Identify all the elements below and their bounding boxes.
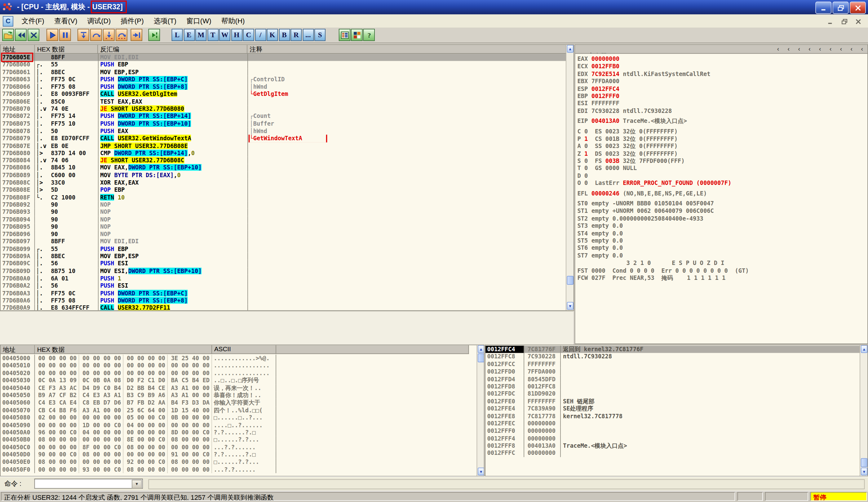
pause-button[interactable] xyxy=(59,29,71,41)
register-line[interactable]: ST1 empty +UNORM 0062 00640079 006C006C xyxy=(575,208,868,215)
toolbar-letter-W[interactable]: W xyxy=(219,29,230,41)
disasm-row[interactable]: 77D6B09590NOP xyxy=(1,223,566,231)
dump-row[interactable]: 0040509000 00 00 001D 00 00 C004 00 00 0… xyxy=(1,421,469,429)
register-line[interactable]: S 0 FS 003B 32位 7FFDF000(FFF) xyxy=(575,157,868,165)
close-window-button[interactable] xyxy=(28,29,39,41)
scrollbar-thumb[interactable] xyxy=(567,276,574,285)
register-line[interactable]: P 1 CS 001B 32位 0(FFFFFFFF) xyxy=(575,135,868,143)
register-line[interactable]: 3 2 1 0 E S P U O Z D I xyxy=(575,259,868,267)
dump-row[interactable]: 0040501000 00 00 0000 00 00 0000 00 00 0… xyxy=(1,362,469,370)
scroll-down-icon[interactable]: ▼ xyxy=(478,468,484,475)
register-line[interactable]: EFL 00000246 (NO,NB,E,BE,NS,PE,GE,LE) xyxy=(575,190,868,197)
stack-row[interactable]: 0012FFD80012FFC8 xyxy=(485,383,860,390)
dump-row[interactable]: 0040502000 00 00 0000 00 00 0000 00 00 0… xyxy=(1,370,469,377)
register-line[interactable]: D 0 xyxy=(575,172,868,180)
go-to-button[interactable] xyxy=(148,29,160,41)
chevron-down-icon[interactable]: ▼ xyxy=(132,480,142,489)
register-line[interactable]: C 0 ES 0023 32位 0(FFFFFFFF) xyxy=(575,128,868,135)
trace-over-button[interactable] xyxy=(116,29,127,41)
disasm-row[interactable]: 77D6B078│.50PUSH EAX│hWnd xyxy=(1,128,566,135)
scroll-down-icon[interactable]: ▼ xyxy=(567,302,574,310)
disasm-row[interactable]: 77D6B0978BFFMOV EDI,EDI xyxy=(1,238,566,245)
disasm-row[interactable]: 77D6B066│.FF75 08PUSH DWORD PTR SS:[EBP+… xyxy=(1,83,566,91)
register-line[interactable]: ST0 empty -UNORM BBB0 01050104 005F0047 xyxy=(575,200,868,208)
stack-row[interactable]: 0012FFC87C930228ntdll.7C930228 xyxy=(485,353,860,361)
stack-row[interactable]: 0012FFD480545DFD xyxy=(485,375,860,383)
disasm-row[interactable]: 77D6B072│.FF75 14PUSH DWORD PTR SS:[EBP+… xyxy=(1,113,566,120)
disasm-row[interactable]: 77D6B089│.C600 00MOV BYTE PTR DS:[EAX],0 xyxy=(1,172,566,179)
disasm-row[interactable]: 77D6B0A0│.6A 01PUSH 1 xyxy=(1,275,566,282)
dump-row[interactable]: 004050300C 0A 13 090C 0B 0A 08D0 F2 C1 D… xyxy=(1,377,469,384)
dump-row[interactable]: 004050F000 00 00 0093 00 00 C008 00 00 0… xyxy=(1,466,469,473)
menu-item[interactable]: 帮助(H) xyxy=(216,15,250,26)
stack-row[interactable]: 0012FFEC00000000 xyxy=(485,420,860,427)
dump-row[interactable]: 00405060C4 E3 CA E4C8 EB D7 D6B7 FB D2 A… xyxy=(1,399,469,406)
run-button[interactable] xyxy=(46,29,58,41)
register-line[interactable]: ST5 empty 0.0 xyxy=(575,237,868,244)
dump-row[interactable]: 004050C000 00 00 008F 00 00 C008 00 00 0… xyxy=(1,444,469,451)
disasm-row[interactable]: 77D6B075│.FF75 10PUSH DWORD PTR SS:[EBP+… xyxy=(1,120,566,128)
scroll-up-icon[interactable]: ▲ xyxy=(567,45,574,53)
disasm-row[interactable]: 77D6B084│.v74 06JE SHORT USER32.77D6B08C xyxy=(1,157,566,164)
disassembly-scrollbar[interactable]: ▲ ▼ xyxy=(566,45,574,311)
disasm-row[interactable]: 77D6B079│.E8 ED70FCFFCALL USER32.GetWind… xyxy=(1,135,566,142)
command-input[interactable]: ▼ xyxy=(34,479,143,489)
register-line[interactable]: EDI 7C930228 ntdll.7C930228 xyxy=(575,107,868,115)
disasm-row[interactable]: 77D6B08F└.C2 1000RETN 10 xyxy=(1,194,566,201)
disasm-row[interactable]: 77D6B09C│.56PUSH ESI xyxy=(1,260,566,268)
register-line[interactable]: T 0 GS 0000 NULL xyxy=(575,165,868,172)
dump-row[interactable]: 00405050B9 A7 CF B2C4 E3 A3 A1B3 C9 B9 A… xyxy=(1,392,469,399)
dump-scrollbar[interactable]: ▲ ▼ xyxy=(476,345,484,476)
toolbar-letter-S[interactable]: S xyxy=(314,29,326,41)
menu-item[interactable]: 选项(T) xyxy=(149,15,181,26)
scrollbar-thumb[interactable] xyxy=(861,458,867,467)
toolbar-letter-dots[interactable]: ... xyxy=(302,29,314,41)
register-line[interactable]: ECX 0012FFB0 xyxy=(575,63,868,70)
disasm-row[interactable]: 77D6B09690NOP xyxy=(1,231,566,238)
toolbar-letter-B[interactable]: B xyxy=(279,29,290,41)
register-line[interactable]: FCW 027F Prec NEAR,53 掩码 1 1 1 1 1 1 xyxy=(575,274,868,282)
stack-row[interactable]: 0012FFF8004013A0TraceMe.<模块入口点> xyxy=(485,442,860,450)
stack-row[interactable]: 0012FFF000000000 xyxy=(485,427,860,435)
toolbar-letter-/[interactable]: / xyxy=(255,29,266,41)
toolbar-letter-M[interactable]: M xyxy=(195,29,206,41)
disasm-row[interactable]: 77D6B070│.v74 0EJE SHORT USER32.77D6B080 xyxy=(1,105,566,113)
disasm-row[interactable]: 77D6B05E8BFFMOV EDI,EDI xyxy=(1,54,566,61)
stack-row[interactable]: 0012FFE47C839A90SE处理程序 xyxy=(485,405,860,413)
execute-till-return-button[interactable] xyxy=(131,29,142,41)
stack-row[interactable]: 0012FFDC81DD9020 xyxy=(485,390,860,398)
disasm-row[interactable]: 77D6B063│.FF75 0CPUSH DWORD PTR SS:[EBP+… xyxy=(1,76,566,83)
disasm-row[interactable]: 77D6B07E│.vEB 0EJMP SHORT USER32.77D6B08… xyxy=(1,142,566,150)
mdi-minimize-button[interactable] xyxy=(824,16,837,27)
register-line[interactable]: FST 0000 Cond 0 0 0 0 Err 0 0 0 0 0 0 0 … xyxy=(575,267,868,274)
disasm-row[interactable]: 77D6B069│.E8 0093FBFFCALL USER32.GetDlgI… xyxy=(1,91,566,98)
stack-row[interactable]: 0012FFF400000000 xyxy=(485,435,860,442)
minimize-button[interactable] xyxy=(815,1,831,14)
toolbar-letter-L[interactable]: L xyxy=(172,29,183,41)
windows-button[interactable] xyxy=(339,29,351,41)
dump-row[interactable]: 0040500000 00 00 0000 00 00 0000 00 00 0… xyxy=(1,355,469,362)
menu-item[interactable]: 调试(D) xyxy=(82,15,116,26)
mdi-close-button[interactable] xyxy=(852,16,865,27)
restore-button[interactable] xyxy=(833,1,849,14)
appearance-button[interactable] xyxy=(351,29,363,41)
register-line[interactable]: A 0 SS 0023 32位 0(FFFFFFFF) xyxy=(575,142,868,150)
disasm-row[interactable]: 77D6B09490NOP xyxy=(1,216,566,223)
disasm-row[interactable]: 77D6B0A2│.56PUSH ESI xyxy=(1,282,566,290)
disasm-row[interactable]: 77D6B0A9│.E8 634FFCFFCALL USER32.77D2FF1… xyxy=(1,304,566,311)
dump-row[interactable]: 004050B008 00 00 0000 00 00 008E 00 00 C… xyxy=(1,436,469,444)
help-button[interactable]: ? xyxy=(363,29,375,41)
menu-item[interactable]: 查看(V) xyxy=(49,15,82,26)
dump-row[interactable]: 004050D090 00 00 C008 00 00 0000 00 00 0… xyxy=(1,451,469,459)
register-line[interactable]: ST3 empty 0.0 xyxy=(575,222,868,230)
disasm-row[interactable]: 77D6B09390NOP xyxy=(1,209,566,216)
register-line[interactable]: O 0 LastErr ERROR_PROC_NOT_FOUND (000000… xyxy=(575,180,868,187)
register-line[interactable]: Z 1 DS 0023 32位 0(FFFFFFFF) xyxy=(575,150,868,157)
register-line[interactable]: ST4 empty 0.0 xyxy=(575,230,868,237)
disasm-row[interactable]: 77D6B0A6│.FF75 08PUSH DWORD PTR SS:[EBP+… xyxy=(1,297,566,304)
disasm-row[interactable]: 77D6B08C│>33C0XOR EAX,EAX xyxy=(1,179,566,187)
disasm-row[interactable]: 77D6B09290NOP xyxy=(1,201,566,209)
trace-into-button[interactable] xyxy=(103,29,114,41)
stack-row[interactable]: 0012FFFC00000000 xyxy=(485,450,860,457)
dump-row[interactable]: 00405040CE F3 A3 ACD4 D9 C0 B4D2 BB B4 C… xyxy=(1,384,469,392)
